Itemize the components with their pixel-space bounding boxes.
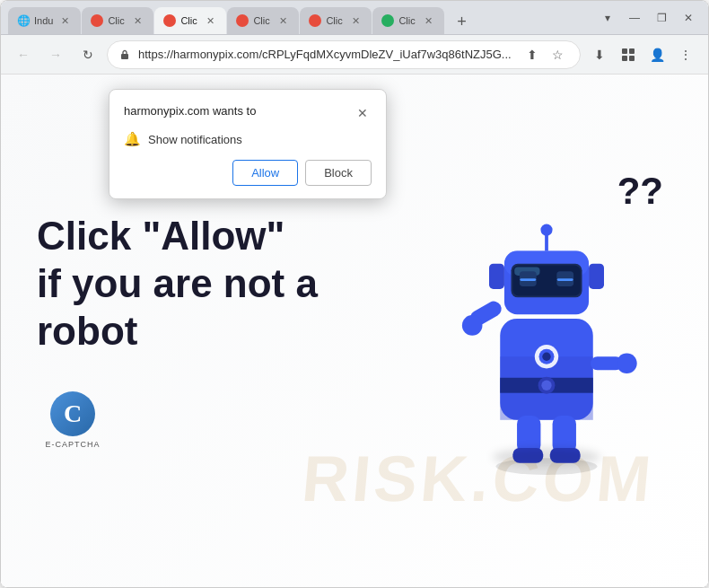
popup-permission-row: 🔔 Show notifications bbox=[124, 131, 372, 147]
popup-title: harmonypix.com wants to bbox=[124, 104, 256, 118]
svg-point-10 bbox=[541, 380, 551, 390]
left-section: Click "Allow"if you are not arobot C E-C… bbox=[37, 213, 421, 448]
svg-rect-4 bbox=[629, 56, 635, 61]
new-tab-button[interactable]: + bbox=[449, 9, 474, 34]
tab-5-close[interactable]: ✕ bbox=[348, 13, 363, 28]
svg-rect-2 bbox=[629, 48, 635, 54]
tab-6-close[interactable]: ✕ bbox=[421, 13, 435, 28]
address-actions: ⬆ ☆ bbox=[521, 43, 569, 66]
tab-4[interactable]: Clic ✕ bbox=[227, 7, 299, 34]
hero-text: Click "Allow"if you are not arobot bbox=[37, 213, 403, 355]
tab-1-favicon: 🌐 bbox=[17, 14, 30, 27]
bookmark-icon[interactable]: ☆ bbox=[546, 43, 569, 66]
close-button[interactable]: ✕ bbox=[676, 5, 701, 31]
minimize-button[interactable]: — bbox=[622, 5, 647, 31]
question-marks: ?? bbox=[617, 170, 663, 213]
tab-3-title: Clic bbox=[180, 15, 198, 26]
download-icon[interactable]: ⬇ bbox=[586, 41, 613, 68]
url-text: https://harmonypix.com/cRPLyFqdMXcyvmDle… bbox=[138, 48, 513, 61]
page-content: RISK.COM Click "Allow"if you are not aro… bbox=[1, 75, 708, 587]
tab-1-close[interactable]: ✕ bbox=[57, 13, 72, 28]
tab-3-favicon bbox=[163, 14, 176, 27]
svg-rect-0 bbox=[121, 54, 128, 59]
title-bar: 🌐 Indu ✕ Clic ✕ Clic ✕ Clic ✕ bbox=[1, 1, 708, 35]
svg-point-28 bbox=[462, 315, 483, 336]
tab-6-favicon bbox=[381, 14, 394, 27]
tab-3-close[interactable]: ✕ bbox=[203, 13, 217, 28]
block-button[interactable]: Block bbox=[305, 160, 372, 186]
tab-2-title: Clic bbox=[108, 15, 126, 26]
window-controls: ▾ — ❐ ✕ bbox=[595, 5, 701, 31]
address-bar[interactable]: https://harmonypix.com/cRPLyFqdMXcyvmDle… bbox=[107, 40, 581, 69]
ecaptcha-logo-area: C E-CAPTCHA bbox=[37, 391, 109, 449]
toolbar-right: ⬇ 👤 ⋮ bbox=[586, 41, 699, 68]
allow-button[interactable]: Allow bbox=[232, 160, 298, 186]
svg-point-30 bbox=[617, 353, 637, 373]
svg-rect-25 bbox=[489, 263, 504, 288]
forward-button[interactable]: → bbox=[42, 41, 69, 68]
bell-icon: 🔔 bbox=[124, 131, 141, 147]
ecaptcha-logo: C bbox=[50, 391, 95, 436]
ecaptcha-label: E-CAPTCHA bbox=[45, 440, 100, 449]
svg-rect-3 bbox=[622, 56, 627, 61]
notification-popup: harmonypix.com wants to ✕ 🔔 Show notific… bbox=[109, 89, 387, 199]
svg-point-13 bbox=[542, 352, 550, 360]
robot-shadow bbox=[493, 448, 600, 466]
share-icon[interactable]: ⬆ bbox=[521, 43, 544, 66]
tab-6-title: Clic bbox=[398, 15, 416, 26]
restore-button[interactable]: ❐ bbox=[649, 5, 674, 31]
page-background: RISK.COM Click "Allow"if you are not aro… bbox=[1, 75, 708, 587]
popup-buttons: Allow Block bbox=[124, 160, 372, 186]
tab-6[interactable]: Clic ✕ bbox=[372, 7, 444, 34]
tab-5[interactable]: Clic ✕ bbox=[300, 7, 372, 34]
tab-5-title: Clic bbox=[326, 15, 344, 26]
ecaptcha-letter: C bbox=[64, 399, 82, 428]
robot-illustration bbox=[448, 188, 645, 475]
lock-icon bbox=[118, 48, 131, 61]
tab-1-title: Indu bbox=[34, 15, 53, 26]
tab-3[interactable]: Clic ✕ bbox=[154, 7, 226, 34]
chevron-down-button[interactable]: ▾ bbox=[595, 5, 620, 31]
svg-rect-26 bbox=[589, 263, 604, 288]
tab-4-favicon bbox=[236, 14, 249, 27]
tab-2[interactable]: Clic ✕ bbox=[82, 7, 153, 34]
reload-button[interactable]: ↻ bbox=[74, 41, 101, 68]
tab-5-favicon bbox=[309, 14, 321, 27]
browser-window: 🌐 Indu ✕ Clic ✕ Clic ✕ Clic ✕ bbox=[0, 0, 709, 588]
tab-1[interactable]: 🌐 Indu ✕ bbox=[8, 7, 81, 34]
tab-2-favicon bbox=[91, 14, 103, 27]
menu-icon[interactable]: ⋮ bbox=[672, 41, 699, 68]
extensions-icon[interactable] bbox=[615, 41, 642, 68]
popup-header: harmonypix.com wants to ✕ bbox=[124, 104, 372, 122]
tab-2-close[interactable]: ✕ bbox=[130, 13, 144, 28]
svg-point-24 bbox=[540, 224, 552, 235]
tab-4-close[interactable]: ✕ bbox=[276, 13, 290, 28]
profile-icon[interactable]: 👤 bbox=[643, 41, 670, 68]
robot-area: ?? bbox=[421, 188, 672, 475]
nav-bar: ← → ↻ https://harmonypix.com/cRPLyFqdMXc… bbox=[1, 35, 708, 75]
popup-close-button[interactable]: ✕ bbox=[354, 104, 372, 122]
tabs-area: 🌐 Indu ✕ Clic ✕ Clic ✕ Clic ✕ bbox=[8, 1, 591, 34]
permission-text: Show notifications bbox=[148, 133, 242, 146]
back-button[interactable]: ← bbox=[10, 41, 37, 68]
svg-rect-1 bbox=[622, 48, 627, 54]
tab-4-title: Clic bbox=[253, 15, 271, 26]
